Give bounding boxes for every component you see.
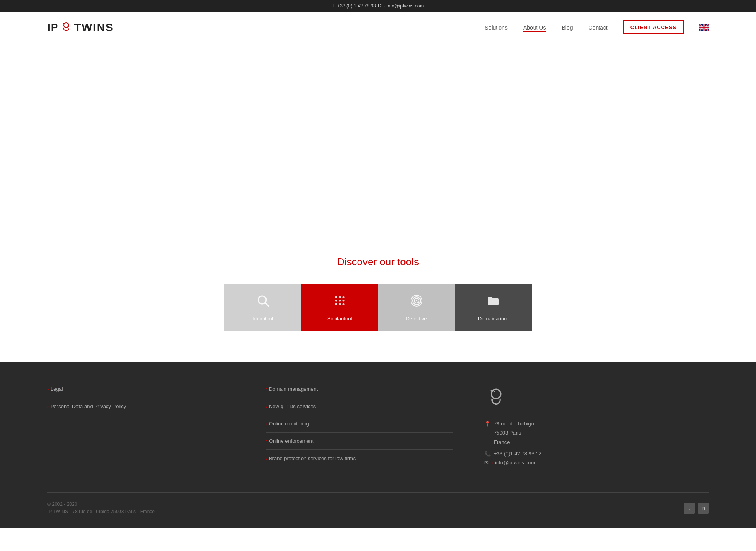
footer-email: ✉ info@iptwins.com bbox=[484, 460, 709, 477]
footer: Legal Personal Data and Privacy Policy D… bbox=[0, 362, 756, 528]
footer-link-gtlds[interactable]: New gTLDs services bbox=[266, 403, 453, 415]
footer-link-enforcement[interactable]: Online enforcement bbox=[266, 438, 453, 450]
nav-solutions[interactable]: Solutions bbox=[485, 24, 508, 31]
svg-point-12 bbox=[342, 303, 344, 305]
footer-phone-number: +33 (0)1 42 78 93 12 bbox=[494, 451, 541, 457]
footer-logo-icon bbox=[484, 386, 508, 410]
footer-copyright-line2: IP TWINS - 78 rue de Turbigo 75003 Paris… bbox=[47, 508, 155, 516]
footer-col-services: Domain management New gTLDs services Onl… bbox=[266, 386, 453, 477]
footer-top: Legal Personal Data and Privacy Policy D… bbox=[47, 386, 709, 477]
twitter-button[interactable]: t bbox=[684, 503, 695, 514]
tools-grid: Identitool Similaritool bbox=[47, 284, 709, 331]
discover-section: Discover our tools Identitool bbox=[0, 232, 756, 362]
nav-contact[interactable]: Contact bbox=[589, 24, 608, 31]
footer-socials: t in bbox=[684, 503, 709, 514]
tool-card-detective[interactable]: Detective bbox=[378, 284, 455, 331]
footer-link-domain-management[interactable]: Domain management bbox=[266, 386, 453, 398]
footer-link-brand-protection[interactable]: Brand protection services for law firms bbox=[266, 455, 453, 467]
top-bar-text: T: +33 (0) 1 42 78 93 12 - info@iptwins.… bbox=[332, 3, 424, 9]
linkedin-button[interactable]: in bbox=[698, 503, 709, 514]
footer-contact: 📍 78 rue de Turbigo 75003 Paris France 📞… bbox=[484, 386, 709, 477]
footer-link-privacy[interactable]: Personal Data and Privacy Policy bbox=[47, 403, 234, 415]
svg-point-16 bbox=[416, 300, 417, 301]
header: IP TWINS Solutions About Us Blog Contact… bbox=[0, 12, 756, 43]
similaritool-icon bbox=[333, 294, 347, 311]
client-access-button[interactable]: CLIENT ACCESS bbox=[623, 20, 684, 34]
footer-copyright: © 2002 - 2020 IP TWINS - 78 rue de Turbi… bbox=[47, 501, 155, 516]
footer-link-monitoring[interactable]: Online monitoring bbox=[266, 421, 453, 433]
footer-phone: 📞 +33 (0)1 42 78 93 12 bbox=[484, 451, 709, 457]
top-bar: T: +33 (0) 1 42 78 93 12 - info@iptwins.… bbox=[0, 0, 756, 12]
identitool-icon bbox=[256, 294, 270, 311]
footer-email-link[interactable]: info@iptwins.com bbox=[492, 460, 535, 471]
discover-title: Discover our tools bbox=[47, 256, 709, 268]
svg-point-5 bbox=[339, 296, 341, 298]
logo-ip-text: IP bbox=[47, 21, 58, 34]
detective-icon bbox=[410, 294, 424, 311]
main-nav: Solutions About Us Blog Contact CLIENT A… bbox=[485, 20, 709, 34]
hero-section bbox=[0, 43, 756, 232]
tool-card-identitool[interactable]: Identitool bbox=[224, 284, 301, 331]
tool-card-domainarium[interactable]: Domainarium bbox=[455, 284, 532, 331]
location-icon: 📍 bbox=[484, 419, 491, 447]
footer-address-line2: 75003 Paris bbox=[494, 428, 534, 437]
footer-link-legal[interactable]: Legal bbox=[47, 386, 234, 398]
svg-point-11 bbox=[339, 303, 341, 305]
language-flag-icon[interactable] bbox=[699, 24, 709, 31]
logo-icon bbox=[60, 21, 72, 34]
similaritool-label: Similaritool bbox=[327, 316, 352, 322]
detective-label: Detective bbox=[406, 316, 427, 322]
svg-point-10 bbox=[335, 303, 337, 305]
logo-twins-text: TWINS bbox=[74, 21, 113, 34]
footer-bottom: © 2002 - 2020 IP TWINS - 78 rue de Turbi… bbox=[47, 492, 709, 516]
footer-address-line3: France bbox=[494, 438, 534, 447]
svg-point-7 bbox=[335, 300, 337, 301]
svg-point-9 bbox=[342, 300, 344, 301]
phone-icon: 📞 bbox=[484, 451, 491, 457]
svg-point-4 bbox=[335, 296, 337, 298]
footer-copyright-line1: © 2002 - 2020 bbox=[47, 501, 155, 508]
svg-line-3 bbox=[265, 303, 269, 306]
svg-point-8 bbox=[339, 300, 341, 301]
logo[interactable]: IP TWINS bbox=[47, 21, 114, 34]
svg-point-6 bbox=[342, 296, 344, 298]
nav-blog[interactable]: Blog bbox=[561, 24, 573, 31]
email-icon: ✉ bbox=[484, 460, 489, 477]
domainarium-label: Domainarium bbox=[478, 316, 508, 322]
footer-address: 📍 78 rue de Turbigo 75003 Paris France bbox=[484, 419, 709, 447]
tool-card-similaritool[interactable]: Similaritool bbox=[301, 284, 378, 331]
nav-about[interactable]: About Us bbox=[523, 24, 546, 31]
footer-col-legal: Legal Personal Data and Privacy Policy bbox=[47, 386, 234, 477]
identitool-label: Identitool bbox=[252, 316, 273, 322]
footer-address-line1: 78 rue de Turbigo bbox=[494, 419, 534, 428]
domainarium-icon bbox=[486, 294, 500, 311]
